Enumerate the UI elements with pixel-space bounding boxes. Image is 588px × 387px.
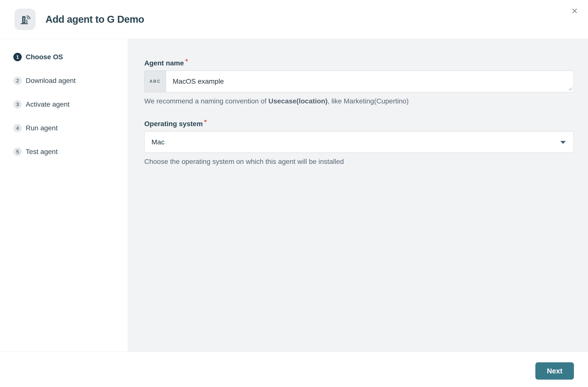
close-button[interactable] [568,4,581,17]
text-type-prefix: ABC [145,71,166,92]
step-item-activate-agent[interactable]: 3 Activate agent [13,100,128,109]
operating-system-label: Operating system* [144,119,574,128]
add-agent-modal: Add agent to G Demo 1 Choose OS 2 Downlo… [0,0,588,387]
agent-name-input[interactable]: MacOS example [166,71,573,92]
modal-body: 1 Choose OS 2 Download agent 3 Activate … [0,39,588,351]
helper-text-bold: Usecase(location) [268,97,328,105]
step-item-download-agent[interactable]: 2 Download agent [13,77,128,85]
operating-system-label-text: Operating system [144,120,203,128]
step-number-badge: 1 [13,53,22,61]
agent-name-label-text: Agent name [144,59,184,67]
chevron-down-icon [560,141,566,144]
step-item-run-agent[interactable]: 4 Run agent [13,124,128,132]
modal-footer: Next [0,351,588,387]
helper-text: We recommend a naming convention of [144,97,268,105]
step-label: Test agent [26,148,58,156]
agent-name-input-group: ABC MacOS example [144,71,574,92]
helper-text: , like Marketing(Cupertino) [328,97,409,105]
agent-name-label: Agent name* [144,59,574,68]
operating-system-group: Operating system* Mac Choose the operati… [144,119,574,166]
modal-title: Add agent to G Demo [45,14,144,25]
step-label: Download agent [26,77,76,85]
step-sidebar: 1 Choose OS 2 Download agent 3 Activate … [0,39,128,351]
agent-name-group: Agent name* ABC MacOS example We recomme… [144,59,574,106]
required-asterisk: * [185,58,188,65]
step-label: Run agent [26,124,58,132]
os-select-value: Mac [151,138,165,146]
agent-building-icon [14,9,36,30]
step-number-badge: 3 [13,100,22,109]
agent-name-helper: We recommend a naming convention of Usec… [144,97,574,106]
building-antenna-icon [19,13,31,26]
next-button[interactable]: Next [535,362,574,380]
os-select[interactable]: Mac [144,131,574,153]
required-asterisk: * [204,118,207,126]
step-number-badge: 5 [13,148,22,156]
step-item-choose-os[interactable]: 1 Choose OS [13,53,128,61]
step-item-test-agent[interactable]: 5 Test agent [13,148,128,156]
form-content: Agent name* ABC MacOS example We recomme… [128,39,588,351]
os-helper: Choose the operating system on which thi… [144,157,574,166]
resize-grip-icon[interactable] [568,87,572,91]
step-label: Choose OS [26,53,63,61]
step-number-badge: 4 [13,124,22,132]
step-number-badge: 2 [13,77,22,85]
close-icon [571,8,578,14]
modal-header: Add agent to G Demo [0,0,588,39]
step-label: Activate agent [26,100,69,108]
